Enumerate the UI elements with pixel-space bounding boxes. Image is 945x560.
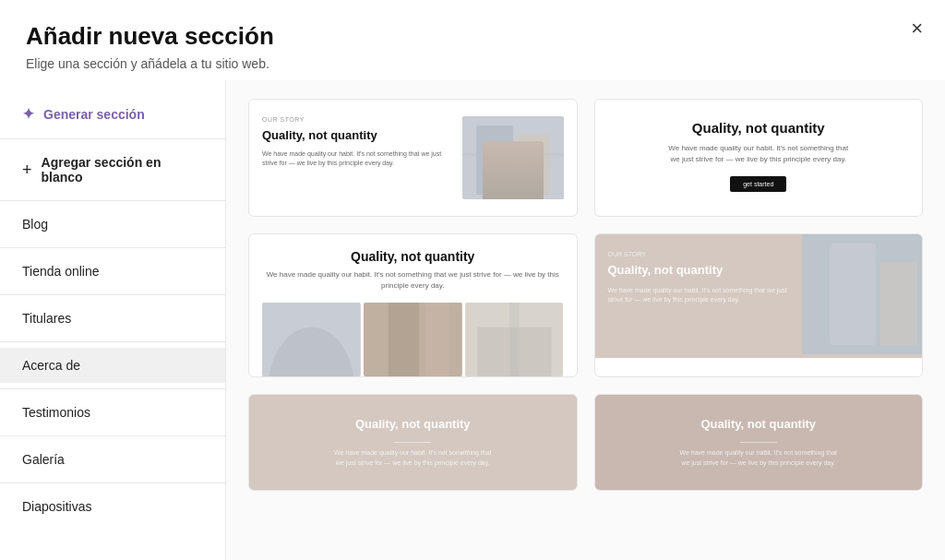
card3-desc: We have made quality our habit. It's not… — [262, 269, 564, 292]
close-button[interactable]: × — [911, 18, 923, 39]
plus-icon: + — [22, 161, 32, 180]
card5-desc: We have made quality our habit. It's not… — [329, 448, 496, 468]
sidebar-item-generate[interactable]: ✦ Generar sección — [0, 95, 225, 133]
card5-title: Quality, not quantity — [355, 417, 471, 431]
svg-rect-8 — [425, 303, 450, 376]
sidebar-item-titulares[interactable]: Titulares — [0, 301, 225, 336]
card3-img-3 — [465, 303, 564, 376]
card1-title: Quality, not quantity — [262, 128, 451, 144]
divider-1 — [0, 138, 225, 139]
sidebar-item-testimonios[interactable]: Testimonios — [0, 395, 225, 430]
card3-title: Quality, not quantity — [262, 249, 564, 264]
blog-label: Blog — [22, 217, 48, 232]
svg-rect-7 — [389, 303, 419, 376]
card2-title: Quality, not quantity — [692, 120, 825, 136]
divider-3 — [0, 247, 225, 248]
card3-img-2 — [364, 303, 462, 376]
sidebar-item-blog[interactable]: Blog — [0, 207, 225, 242]
divider-6 — [0, 388, 225, 389]
template-card-3[interactable]: Quality, not quantity We have made quali… — [248, 233, 578, 377]
svg-rect-14 — [880, 262, 917, 345]
card1-label: OUR STORY — [262, 116, 451, 123]
add-blank-label: Agregar sección en blanco — [42, 155, 203, 185]
generate-label: Generar sección — [43, 107, 145, 122]
card4-title: Quality, not quantity — [608, 263, 790, 279]
add-section-modal: Añadir nueva sección Elige una sección y… — [0, 0, 945, 560]
modal-header: Añadir nueva sección Elige una sección y… — [0, 0, 945, 80]
template-card-4[interactable]: OUR STORY Quality, not quantity We have … — [594, 233, 924, 377]
modal-title: Añadir nueva sección — [26, 22, 919, 51]
divider-2 — [0, 200, 225, 201]
divider-4 — [0, 294, 225, 295]
sidebar-item-acerca[interactable]: Acerca de — [0, 348, 225, 383]
tienda-label: Tienda online — [22, 264, 100, 279]
card4-desc: We have made quality our habit. It's not… — [608, 286, 790, 305]
card4-image — [802, 234, 922, 358]
sparkle-icon: ✦ — [22, 105, 34, 123]
diapositivas-label: Diapositivas — [22, 499, 91, 514]
sidebar-item-galeria[interactable]: Galería — [0, 442, 225, 477]
content-area: OUR STORY Quality, not quantity We have … — [226, 80, 945, 560]
sidebar-item-add-blank[interactable]: + Agregar sección en blanco — [0, 145, 225, 195]
card3-images — [262, 303, 564, 376]
template-card-2[interactable]: Quality, not quantity We have made quali… — [594, 99, 924, 217]
sidebar-item-tienda[interactable]: Tienda online — [0, 254, 225, 289]
sidebar-item-diapositivas[interactable]: Diapositivas — [0, 489, 225, 524]
card1-image — [462, 116, 564, 199]
modal-subtitle: Elige una sección y añádela a tu sitio w… — [26, 56, 919, 71]
card6-desc: We have made quality our habit. It's not… — [676, 448, 842, 468]
card3-text: Quality, not quantity We have made quali… — [262, 249, 564, 292]
card5-divider — [394, 442, 431, 443]
titulares-label: Titulares — [22, 311, 71, 326]
card2-cta-button[interactable]: get started — [730, 176, 786, 192]
template-card-6[interactable]: Quality, not quantity We have made quali… — [594, 394, 924, 491]
card4-text: OUR STORY Quality, not quantity We have … — [595, 234, 803, 358]
divider-5 — [0, 341, 225, 342]
galeria-label: Galería — [22, 452, 65, 467]
divider-7 — [0, 435, 225, 436]
card1-text: OUR STORY Quality, not quantity We have … — [262, 116, 451, 199]
svg-rect-1 — [476, 125, 513, 195]
testimonios-label: Testimonios — [22, 405, 90, 420]
divider-8 — [0, 483, 225, 483]
svg-rect-3 — [462, 153, 564, 156]
card6-divider — [740, 442, 777, 443]
svg-rect-2 — [518, 135, 550, 195]
card3-img-1 — [262, 303, 361, 376]
card6-title: Quality, not quantity — [700, 417, 816, 431]
template-card-5[interactable]: Quality, not quantity We have made quali… — [248, 394, 578, 491]
template-card-1[interactable]: OUR STORY Quality, not quantity We have … — [248, 99, 578, 217]
card4-label: OUR STORY — [608, 251, 790, 257]
svg-rect-13 — [830, 244, 876, 345]
sidebar: ✦ Generar sección + Agregar sección en b… — [0, 80, 226, 560]
modal-body: ✦ Generar sección + Agregar sección en b… — [0, 80, 945, 560]
arch-graphic-1 — [462, 116, 564, 199]
card2-desc: We have made quality our habit. It's not… — [666, 143, 851, 165]
templates-grid: OUR STORY Quality, not quantity We have … — [248, 99, 923, 491]
acerca-label: Acerca de — [22, 358, 80, 373]
card1-desc: We have made quality our habit. It's not… — [262, 149, 451, 169]
